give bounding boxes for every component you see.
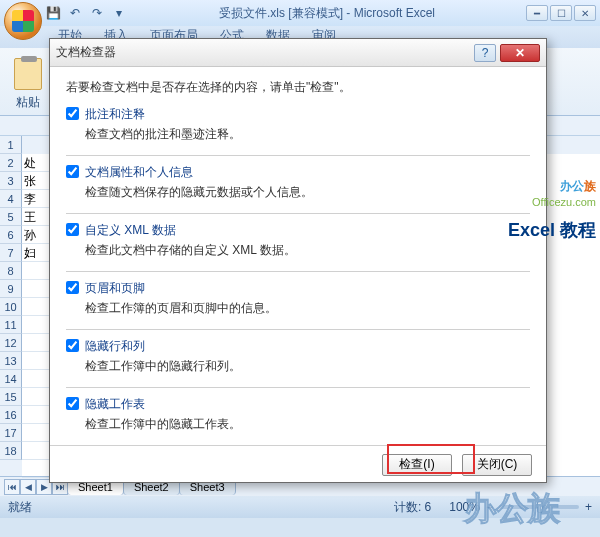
- row-header[interactable]: 2: [0, 154, 22, 172]
- row-header[interactable]: 12: [0, 334, 22, 352]
- inspector-option-label: 页眉和页脚: [85, 280, 145, 297]
- row-header[interactable]: 14: [0, 370, 22, 388]
- document-inspector-dialog: 文档检查器 ? ✕ 若要检查文档中是否存在选择的内容，请单击"检查"。 批注和注…: [49, 38, 547, 483]
- inspector-option-desc: 检查随文档保存的隐藏元数据或个人信息。: [85, 183, 530, 201]
- inspect-button[interactable]: 检查(I): [382, 454, 452, 476]
- minimize-button[interactable]: ━: [526, 5, 548, 21]
- row-header[interactable]: 11: [0, 316, 22, 334]
- inspector-option-label: 文档属性和个人信息: [85, 164, 193, 181]
- row-header[interactable]: 18: [0, 442, 22, 460]
- dialog-close-button[interactable]: ✕: [500, 44, 540, 62]
- window-close-button[interactable]: ✕: [574, 5, 596, 21]
- qat-redo-icon[interactable]: ↷: [88, 4, 106, 22]
- inspector-option-desc: 检查工作簿中的隐藏工作表。: [85, 415, 530, 433]
- row-header[interactable]: 16: [0, 406, 22, 424]
- inspector-checkbox[interactable]: [66, 281, 79, 294]
- inspector-option-desc: 检查工作簿中的隐藏行和列。: [85, 357, 530, 375]
- tab-nav-prev[interactable]: ◀: [20, 479, 36, 495]
- row-header[interactable]: 7: [0, 244, 22, 262]
- row-header[interactable]: 13: [0, 352, 22, 370]
- inspector-option-desc: 检查文档的批注和墨迹注释。: [85, 125, 530, 143]
- status-ready: 就绪: [8, 499, 32, 516]
- inspector-checkbox[interactable]: [66, 223, 79, 236]
- inspector-checkbox[interactable]: [66, 107, 79, 120]
- qat-save-icon[interactable]: 💾: [44, 4, 62, 22]
- dialog-instruction: 若要检查文档中是否存在选择的内容，请单击"检查"。: [66, 79, 530, 96]
- dialog-body: 若要检查文档中是否存在选择的内容，请单击"检查"。 批注和注释检查文档的批注和墨…: [50, 67, 546, 445]
- row-header[interactable]: 15: [0, 388, 22, 406]
- dialog-titlebar[interactable]: 文档检查器 ? ✕: [50, 39, 546, 67]
- row-header[interactable]: 5: [0, 208, 22, 226]
- row-header[interactable]: 4: [0, 190, 22, 208]
- row-headers: 123456789101112131415161718: [0, 136, 22, 476]
- inspector-checkbox[interactable]: [66, 339, 79, 352]
- dialog-help-button[interactable]: ?: [474, 44, 496, 62]
- qat-undo-icon[interactable]: ↶: [66, 4, 84, 22]
- row-header[interactable]: 9: [0, 280, 22, 298]
- close-button[interactable]: 关闭(C): [462, 454, 532, 476]
- inspector-option-label: 隐藏行和列: [85, 338, 145, 355]
- window-title: 受损文件.xls [兼容模式] - Microsoft Excel: [128, 5, 526, 22]
- tab-nav-first[interactable]: ⏮: [4, 479, 20, 495]
- statusbar: 就绪 计数: 6 100% − +: [0, 496, 600, 518]
- row-header[interactable]: 8: [0, 262, 22, 280]
- inspector-option-desc: 检查此文档中存储的自定义 XML 数据。: [85, 241, 530, 259]
- paste-group[interactable]: 粘贴: [4, 52, 52, 111]
- inspector-checkbox[interactable]: [66, 165, 79, 178]
- inspector-option-label: 批注和注释: [85, 106, 145, 123]
- office-button[interactable]: [4, 2, 42, 40]
- row-header[interactable]: 10: [0, 298, 22, 316]
- row-header[interactable]: 3: [0, 172, 22, 190]
- zoom-in-icon[interactable]: +: [585, 500, 592, 514]
- paste-label: 粘贴: [16, 94, 40, 111]
- zoom-slider[interactable]: [499, 505, 579, 509]
- dialog-title: 文档检查器: [56, 44, 474, 61]
- inspector-option-label: 隐藏工作表: [85, 396, 145, 413]
- clipboard-icon: [14, 58, 42, 90]
- dialog-footer: 检查(I) 关闭(C): [50, 445, 546, 483]
- zoom-out-icon[interactable]: −: [486, 500, 493, 514]
- zoom-control[interactable]: 100% − +: [449, 500, 592, 514]
- maximize-button[interactable]: ☐: [550, 5, 572, 21]
- inspector-option-desc: 检查工作簿的页眉和页脚中的信息。: [85, 299, 530, 317]
- inspector-checkbox[interactable]: [66, 397, 79, 410]
- row-header[interactable]: 6: [0, 226, 22, 244]
- row-header[interactable]: 17: [0, 424, 22, 442]
- qat-customize-icon[interactable]: ▾: [110, 4, 128, 22]
- inspector-option-label: 自定义 XML 数据: [85, 222, 176, 239]
- status-count: 计数: 6: [394, 499, 431, 516]
- zoom-value: 100%: [449, 500, 480, 514]
- row-header[interactable]: 1: [0, 136, 22, 154]
